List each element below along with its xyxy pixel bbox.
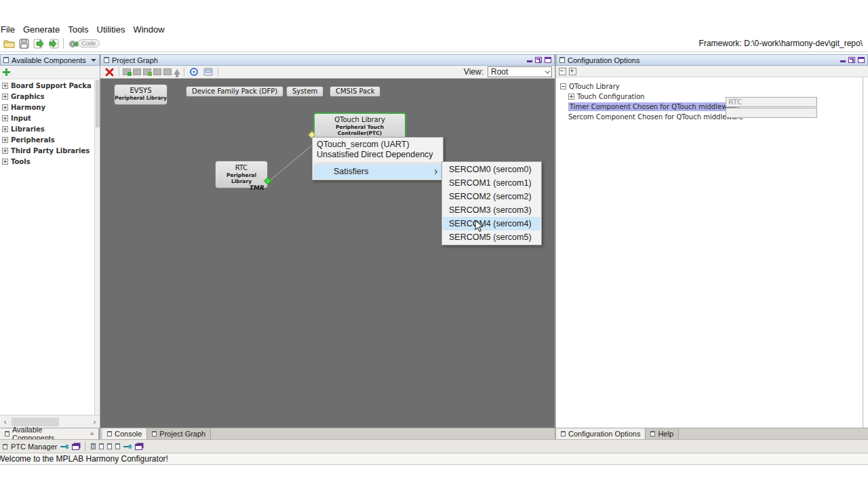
new-group-icon[interactable]	[123, 68, 131, 75]
add-component-icon[interactable]	[3, 68, 10, 76]
menu-item-satisfiers[interactable]: Satisfiers	[313, 164, 442, 179]
pin-icon[interactable]	[123, 444, 132, 449]
node-evsys[interactable]: EVSYS Peripheral Library	[114, 84, 167, 105]
tab-overflow-icon[interactable]: »	[90, 430, 94, 437]
window-icon[interactable]	[99, 443, 104, 449]
tab-window-icon	[107, 431, 112, 436]
restore-window-icon[interactable]	[135, 444, 142, 450]
ungroup-icon[interactable]	[153, 68, 161, 75]
dependency-context-menu: QTouch_sercom (UART) Unsatisfied Direct …	[312, 137, 443, 180]
menu-utilities[interactable]: Utilities	[93, 24, 130, 36]
view-select[interactable]: Root	[488, 66, 552, 77]
panel-divider[interactable]	[100, 54, 100, 439]
menu-item-sercom0[interactable]: SERCOM0 (sercom0)	[443, 163, 540, 176]
toolbar-separator	[218, 67, 218, 77]
menu-file[interactable]: File	[0, 24, 19, 36]
tree-item-graphics[interactable]: Graphics	[0, 91, 94, 102]
context-menu-header: QTouch_sercom (UART) Unsatisfied Direct …	[313, 138, 443, 163]
group-icon[interactable]	[133, 68, 141, 75]
tab-window-icon	[650, 431, 655, 436]
import-configuration-icon[interactable]	[46, 37, 61, 50]
scroll-left-icon[interactable]: ‹	[0, 416, 10, 428]
menu-item-sercom1[interactable]: SERCOM1 (sercom1)	[443, 176, 540, 190]
save-image-icon[interactable]	[202, 65, 214, 79]
configuration-options-title: Configuration Options	[568, 56, 639, 64]
collapse-group-icon[interactable]	[163, 68, 172, 75]
tree-item-tools[interactable]: Tools	[0, 156, 94, 167]
maximize-icon[interactable]	[858, 57, 865, 63]
center-view-icon[interactable]	[188, 65, 200, 79]
mplab-harmony-configurator-window: File Generate Tools Utilities Window Cod…	[0, 0, 868, 488]
left-vertical-scrollbar[interactable]	[94, 80, 100, 415]
tab-project-graph[interactable]: Project Graph	[147, 428, 211, 439]
status-bar: Welcome to the MPLAB Harmony Configurato…	[0, 453, 868, 465]
menu-item-sercom2[interactable]: SERCOM2 (sercom2)	[443, 190, 540, 203]
maximize-icon[interactable]	[545, 57, 551, 63]
float-window-icon[interactable]	[535, 57, 542, 63]
tree-item-harmony[interactable]: Harmony	[0, 102, 94, 113]
configuration-options-header[interactable]: Configuration Options	[556, 54, 868, 66]
expand-icon[interactable]	[2, 126, 8, 132]
expand-icon[interactable]	[2, 159, 8, 165]
menu-window[interactable]: Window	[129, 24, 168, 36]
project-graph-canvas[interactable]: EVSYS Peripheral Library Device Family P…	[100, 79, 555, 428]
window-icon[interactable]	[107, 443, 112, 449]
expand-icon[interactable]	[2, 148, 8, 154]
node-device-family-pack[interactable]: Device Family Pack (DFP)	[186, 86, 283, 97]
node-cmsis-pack[interactable]: CMSIS Pack	[330, 86, 380, 97]
scrollbar-thumb[interactable]	[12, 418, 59, 426]
export-configuration-icon[interactable]	[31, 37, 46, 50]
chevron-down-icon[interactable]	[91, 59, 96, 62]
tab-console[interactable]: Console	[102, 428, 147, 439]
expand-icon[interactable]	[2, 115, 8, 121]
sercom-component-value-field[interactable]	[726, 108, 817, 118]
delete-node-icon[interactable]	[103, 65, 115, 79]
tree-item-peripherals[interactable]: Peripherals	[0, 134, 94, 145]
main-toolbar: Code Framework: D:\0-work\harmony-dev\gi…	[0, 35, 868, 52]
menu-item-sercom3[interactable]: SERCOM3 (sercom3)	[443, 203, 540, 217]
float-window-icon[interactable]	[848, 57, 855, 63]
open-folder-icon[interactable]	[1, 37, 16, 50]
minimize-icon[interactable]	[840, 60, 846, 62]
window-icon[interactable]	[115, 443, 120, 449]
tree-item-board-support[interactable]: Board Support Packa	[0, 80, 94, 91]
collapse-icon[interactable]	[560, 83, 566, 89]
expand-icon[interactable]	[2, 94, 8, 100]
expand-icon[interactable]	[2, 137, 8, 143]
move-up-icon[interactable]	[174, 69, 180, 75]
tab-window-icon	[3, 444, 7, 449]
node-rtc[interactable]: RTC Peripheral Library TMR	[215, 161, 268, 188]
tree-item-input[interactable]: Input	[0, 113, 94, 123]
node-system[interactable]: System	[286, 86, 323, 97]
expand-icon[interactable]	[568, 94, 574, 100]
available-components-tree: Board Support Packa Graphics Harmony Inp…	[0, 80, 94, 415]
pin-icon[interactable]	[60, 444, 68, 449]
available-components-title: Available Components	[12, 56, 86, 64]
project-graph-header[interactable]: Project Graph	[100, 54, 555, 66]
tab-configuration-options[interactable]: Configuration Options	[556, 428, 646, 439]
timer-component-value-field[interactable]	[726, 97, 817, 107]
panel-divider[interactable]	[555, 54, 556, 439]
restore-window-icon[interactable]	[72, 444, 79, 450]
menu-generate[interactable]: Generate	[19, 24, 64, 36]
tab-help[interactable]: Help	[646, 428, 679, 439]
menu-tools[interactable]: Tools	[64, 24, 92, 36]
save-icon[interactable]	[16, 37, 31, 50]
tab-window-icon	[152, 431, 157, 436]
config-root-qtouch-library[interactable]: QTouch Library	[556, 81, 863, 92]
window-stack-icon[interactable]	[91, 443, 96, 449]
collapse-all-icon[interactable]	[559, 68, 566, 75]
tab-available-components[interactable]: Available Components »	[0, 428, 99, 439]
tree-item-third-party[interactable]: Third Party Libraries	[0, 145, 94, 156]
expand-all-icon[interactable]	[569, 68, 576, 75]
minimize-icon[interactable]	[527, 60, 532, 62]
add-to-group-icon[interactable]	[143, 68, 151, 75]
scroll-right-icon[interactable]: ›	[90, 416, 100, 428]
available-components-header[interactable]: Available Components	[0, 54, 100, 66]
expand-icon[interactable]	[2, 104, 8, 110]
menu-item-sercom5[interactable]: SERCOM5 (sercom5)	[443, 230, 540, 244]
toolbar-separator	[119, 67, 119, 77]
expand-icon[interactable]	[2, 83, 8, 89]
tree-item-libraries[interactable]: Libraries	[0, 123, 94, 134]
menu-item-sercom4[interactable]: SERCOM4 (sercom4)	[443, 217, 540, 230]
